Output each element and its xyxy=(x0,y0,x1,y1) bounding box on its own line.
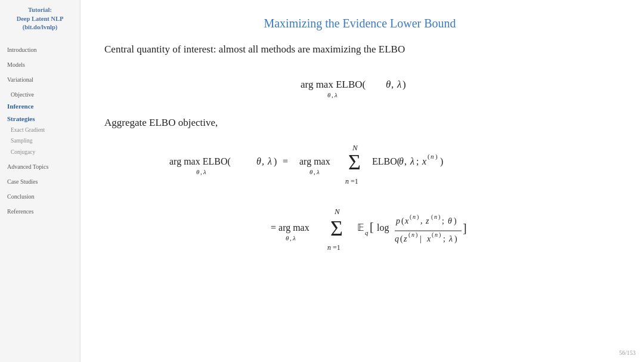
aggregate-label: Aggregate ELBO objective, xyxy=(104,117,615,129)
svg-text:λ: λ xyxy=(203,168,206,175)
svg-text:]: ] xyxy=(463,221,467,234)
svg-text:λ: λ xyxy=(448,234,453,243)
slide-number: 56/153 xyxy=(619,349,636,356)
svg-text:): ) xyxy=(435,153,438,160)
svg-text:θ: θ xyxy=(327,91,331,98)
svg-text:): ) xyxy=(439,231,441,239)
sidebar-item-sampling[interactable]: Sampling xyxy=(5,135,75,146)
svg-text:,: , xyxy=(200,168,202,175)
svg-text:,: , xyxy=(262,156,264,166)
svg-text:N: N xyxy=(352,143,358,152)
svg-text:,: , xyxy=(420,216,423,225)
sidebar-item-references[interactable]: References xyxy=(5,206,75,217)
argmax-elbo-block: arg max ELBO( θ , λ ) θ , λ xyxy=(104,71,615,104)
svg-text:=: = xyxy=(283,156,288,166)
svg-text:(: ( xyxy=(410,214,412,221)
slide-title: Maximizing the Evidence Lower Bound xyxy=(104,17,615,30)
svg-text:x: x xyxy=(422,156,426,166)
svg-text:(: ( xyxy=(400,234,403,244)
svg-text:,: , xyxy=(391,79,394,90)
svg-text:;: ; xyxy=(442,216,444,225)
svg-text:): ) xyxy=(440,156,443,167)
svg-text:n: n xyxy=(435,231,438,238)
svg-text:log: log xyxy=(377,222,389,233)
svg-text:N: N xyxy=(334,207,340,216)
sidebar-item-variational[interactable]: Variational xyxy=(5,74,75,85)
svg-text:;: ; xyxy=(443,234,445,243)
svg-text:z: z xyxy=(403,234,407,243)
svg-text:θ: θ xyxy=(399,156,404,166)
svg-text:): ) xyxy=(402,79,406,90)
svg-text:λ: λ xyxy=(334,91,338,98)
svg-text:Σ: Σ xyxy=(330,216,343,240)
sidebar-item-conclusion[interactable]: Conclusion xyxy=(5,191,75,202)
svg-text:n: n xyxy=(345,177,349,185)
svg-text:): ) xyxy=(416,231,417,239)
math-argmax-elbo: arg max ELBO( θ , λ ) θ , λ xyxy=(295,71,426,104)
svg-text:): ) xyxy=(417,214,419,221)
sidebar-title: Tutorial: Deep Latent NLP (bit.do/lvnlp) xyxy=(5,6,75,32)
svg-text:arg max: arg max xyxy=(299,156,330,167)
svg-text:λ: λ xyxy=(410,156,414,166)
sidebar-item-objective[interactable]: Objective xyxy=(5,89,75,100)
svg-text:,: , xyxy=(332,91,333,98)
svg-text:n: n xyxy=(411,231,414,238)
svg-text:ELBO(: ELBO( xyxy=(372,156,400,167)
svg-text:(: ( xyxy=(432,231,434,239)
svg-text:q: q xyxy=(365,229,369,236)
math-equations-block: arg max ELBO( θ , λ ) θ , λ = arg max θ … xyxy=(104,140,615,261)
sidebar-item-introduction[interactable]: Introduction xyxy=(5,44,75,55)
svg-text:p: p xyxy=(395,216,400,225)
central-text: Central quantity of interest: almost all… xyxy=(104,44,615,55)
sidebar-item-case-studies[interactable]: Case Studies xyxy=(5,176,75,187)
svg-text:=1: =1 xyxy=(351,177,358,185)
svg-text:arg max ELBO(: arg max ELBO( xyxy=(169,156,231,167)
svg-text:λ: λ xyxy=(397,79,401,90)
svg-text:): ) xyxy=(274,156,277,167)
svg-text:λ: λ xyxy=(316,168,320,175)
svg-text:;: ; xyxy=(416,156,419,166)
svg-text:|: | xyxy=(420,234,422,243)
svg-text:[: [ xyxy=(370,220,374,233)
svg-text:θ: θ xyxy=(448,216,452,225)
sidebar-item-advanced-topics[interactable]: Advanced Topics xyxy=(5,161,75,172)
math-eq2: = arg max θ , λ Σ N n =1 𝔼 q [ log p ( x… xyxy=(151,201,569,261)
svg-text:x: x xyxy=(404,216,409,225)
svg-text:n: n xyxy=(434,214,437,220)
sidebar-item-inference[interactable]: Inference xyxy=(5,100,75,113)
svg-text:λ: λ xyxy=(292,234,296,242)
svg-text:): ) xyxy=(438,214,440,221)
svg-text:q: q xyxy=(395,234,399,243)
svg-text:θ: θ xyxy=(196,168,200,175)
svg-text:θ: θ xyxy=(309,168,313,175)
svg-text:): ) xyxy=(454,216,457,226)
sidebar-item-strategies[interactable]: Strategies xyxy=(5,113,75,125)
svg-text:): ) xyxy=(454,234,457,244)
svg-text:n: n xyxy=(431,153,434,160)
svg-text:(: ( xyxy=(401,216,404,226)
svg-text:z: z xyxy=(425,216,429,225)
svg-text:arg max ELBO(: arg max ELBO( xyxy=(301,79,366,90)
svg-text:,: , xyxy=(290,234,292,242)
sidebar-item-models[interactable]: Models xyxy=(5,59,75,70)
svg-text:(: ( xyxy=(428,153,430,160)
math-eq1: arg max ELBO( θ , λ ) θ , λ = arg max θ … xyxy=(151,140,569,190)
sidebar: Tutorial: Deep Latent NLP (bit.do/lvnlp)… xyxy=(0,0,80,362)
svg-text:𝔼: 𝔼 xyxy=(357,222,364,233)
svg-text:,: , xyxy=(314,168,315,175)
svg-text:x: x xyxy=(426,234,431,243)
svg-text:(: ( xyxy=(431,214,434,221)
svg-text:λ: λ xyxy=(267,156,272,166)
svg-text:θ: θ xyxy=(386,79,391,90)
svg-text:= arg max: = arg max xyxy=(271,222,309,233)
svg-text:Σ: Σ xyxy=(348,150,361,174)
sidebar-item-exact-gradient[interactable]: Exact Gradient xyxy=(5,125,75,135)
main-content: Maximizing the Evidence Lower Bound Cent… xyxy=(80,0,644,362)
svg-text:n: n xyxy=(413,214,416,220)
svg-text:,: , xyxy=(404,156,407,166)
svg-text:θ: θ xyxy=(286,234,289,242)
svg-text:(: ( xyxy=(408,231,411,239)
svg-text:θ: θ xyxy=(256,156,261,166)
sidebar-item-conjugacy[interactable]: Conjugacy xyxy=(5,147,75,157)
svg-text:n: n xyxy=(327,243,331,252)
